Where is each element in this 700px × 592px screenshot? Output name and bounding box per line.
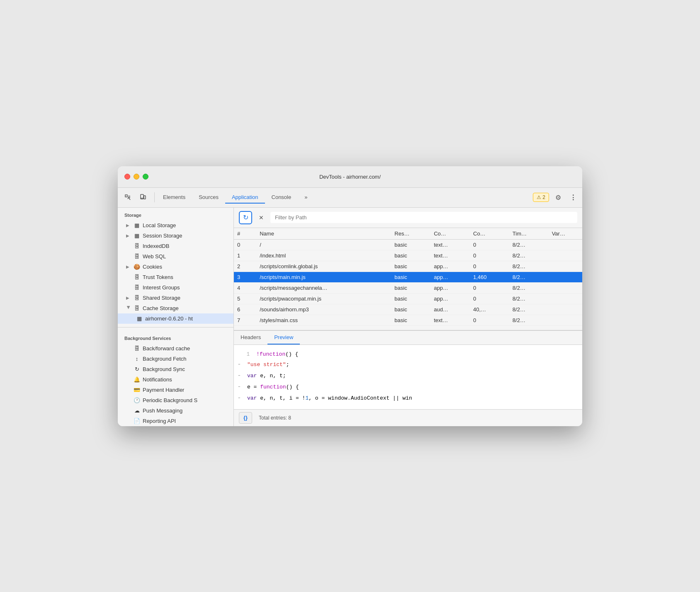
sidebar-item-cache-child[interactable]: ▦ airhorner-0.6.20 - ht (118, 313, 233, 324)
table-cell (549, 250, 582, 261)
table-cell: 8/2… (509, 272, 549, 282)
table-row[interactable]: 1/index.htmlbasictext…08/2… (234, 250, 582, 261)
tab-more[interactable]: » (298, 192, 314, 204)
code-line-2: - "use strict"; (234, 359, 582, 370)
sidebar-item-label: Interest Groups (143, 284, 227, 291)
device-toolbar-button[interactable] (136, 191, 149, 204)
sidebar-item-cache-storage[interactable]: ▶ 🗄 Cache Storage (118, 303, 233, 313)
table-cell: 6 (234, 304, 256, 315)
table-cell: 8/2… (509, 239, 549, 250)
sidebar-item-interest-groups[interactable]: ▶ 🗄 Interest Groups (118, 282, 233, 293)
cache-table: # Name Res… Co… Co… Tim… Var… 0/basictex… (234, 228, 582, 330)
sidebar-item-notifications[interactable]: ▶ 🔔 Notifications (118, 374, 233, 385)
sidebar-item-background-fetch[interactable]: ▶ ↕ Background Fetch (118, 354, 233, 364)
refresh-button[interactable]: ↻ (239, 211, 252, 224)
tab-sources[interactable]: Sources (192, 192, 225, 204)
table-cell (549, 272, 582, 282)
settings-button[interactable]: ⚙ (552, 192, 564, 203)
sidebar-item-label: Session Storage (143, 233, 227, 239)
sidebar-item-label: Local Storage (143, 222, 227, 228)
sidebar-item-web-sql[interactable]: ▶ 🗄 Web SQL (118, 251, 233, 262)
sidebar-item-indexeddb[interactable]: ▶ 🗄 IndexedDB (118, 241, 233, 251)
table-cell: 1,460 (470, 272, 509, 282)
sidebar-item-reporting-api[interactable]: ▶ 📄 Reporting API (118, 416, 233, 426)
table-cell: 4 (234, 282, 256, 293)
table-cell (549, 239, 582, 250)
table-cell: /scripts/comlink.global.js (256, 261, 391, 272)
sidebar-item-back-forward-cache[interactable]: ▶ 🗄 Back/forward cache (118, 343, 233, 354)
sidebar-item-label: Notifications (143, 376, 227, 383)
warning-badge[interactable]: ⚠ 2 (533, 193, 549, 202)
tab-elements[interactable]: Elements (156, 192, 192, 204)
clear-button[interactable]: ✕ (255, 212, 267, 223)
sidebar-item-session-storage[interactable]: ▶ ▦ Session Storage (118, 230, 233, 241)
svg-rect-0 (125, 195, 127, 197)
inspect-element-button[interactable] (121, 191, 134, 204)
sidebar-item-label: Payment Handler (143, 387, 227, 393)
interest-groups-icon: 🗄 (134, 284, 140, 291)
indexeddb-icon: 🗄 (134, 243, 140, 249)
close-button[interactable] (124, 174, 130, 180)
table-cell: 5 (234, 293, 256, 304)
sidebar-item-label: IndexedDB (143, 243, 227, 249)
bottom-tabs: Headers Preview (234, 331, 582, 345)
toolbar-tabs: Elements Sources Application Console » (156, 192, 533, 203)
sidebar-item-push-messaging[interactable]: ▶ ☁ Push Messaging (118, 405, 233, 416)
more-options-button[interactable]: ⋮ (567, 192, 579, 203)
table-cell: /index.html (256, 250, 391, 261)
tab-application[interactable]: Application (225, 192, 265, 204)
entries-table: # Name Res… Co… Co… Tim… Var… 0/basictex… (234, 228, 582, 326)
sidebar-item-trust-tokens[interactable]: ▶ 🗄 Trust Tokens (118, 272, 233, 282)
table-cell: 0 (234, 239, 256, 250)
table-cell (549, 304, 582, 315)
fullscreen-button[interactable] (143, 174, 148, 180)
payment-handler-icon: 💳 (134, 387, 140, 393)
table-row[interactable]: 2/scripts/comlink.global.jsbasicapp…08/2… (234, 261, 582, 272)
sidebar-item-local-storage[interactable]: ▶ ▦ Local Storage (118, 220, 233, 230)
table-cell: /scripts/messagechannela… (256, 282, 391, 293)
expand-arrow: ▶ (126, 233, 131, 238)
code-line-1: 1 !function() { (234, 350, 582, 359)
table-cell: text… (430, 239, 470, 250)
sidebar-item-cookies[interactable]: ▶ 🍪 Cookies (118, 262, 233, 272)
table-row[interactable]: 6/sounds/airhorn.mp3basicaud…40,…8/2… (234, 304, 582, 315)
table-row[interactable]: 4/scripts/messagechannela…basicapp…08/2… (234, 282, 582, 293)
pretty-print-button[interactable]: {} (239, 412, 252, 424)
main-content: Storage ▶ ▦ Local Storage ▶ ▦ Session St… (118, 208, 582, 426)
bottom-bar: {} Total entries: 8 (234, 409, 582, 426)
sidebar-item-label: Cache Storage (143, 305, 227, 311)
sidebar-item-periodic-background[interactable]: ▶ 🕐 Periodic Background S (118, 395, 233, 405)
table-cell: 0 (470, 239, 509, 250)
table-cell: app… (430, 282, 470, 293)
minimize-button[interactable] (134, 174, 139, 180)
table-body: 0/basictext…08/2…1/index.htmlbasictext…0… (234, 239, 582, 325)
expand-arrow: ▶ (126, 223, 131, 228)
sidebar-item-background-sync[interactable]: ▶ ↻ Background Sync (118, 364, 233, 374)
sidebar-item-shared-storage[interactable]: ▶ 🗄 Shared Storage (118, 293, 233, 303)
expand-arrow: ▶ (126, 296, 131, 300)
table-cell (549, 293, 582, 304)
table-row[interactable]: 0/basictext…08/2… (234, 239, 582, 250)
sidebar-item-payment-handler[interactable]: ▶ 💳 Payment Handler (118, 385, 233, 395)
col-header-co2: Co… (470, 228, 509, 240)
sidebar-item-label: Background Fetch (143, 356, 227, 362)
tab-console[interactable]: Console (265, 192, 298, 204)
table-row[interactable]: 3/scripts/main.min.jsbasicapp…1,4608/2… (234, 272, 582, 282)
code-line-3: - var e, n, t; (234, 370, 582, 381)
filter-input[interactable] (270, 212, 577, 223)
table-row[interactable]: 5/scripts/pwacompat.min.jsbasicapp…08/2… (234, 293, 582, 304)
code-preview: 1 !function() { - "use strict"; - var e,… (234, 345, 582, 409)
sidebar-separator (118, 327, 233, 328)
tab-preview[interactable]: Preview (267, 331, 300, 345)
trust-tokens-icon: 🗄 (134, 274, 140, 280)
table-cell: basic (391, 261, 430, 272)
col-header-tim: Tim… (509, 228, 549, 240)
table-row[interactable]: 7/styles/main.cssbasictext…08/2… (234, 315, 582, 325)
col-header-name: Name (256, 228, 391, 240)
periodic-bg-icon: 🕐 (134, 397, 140, 403)
table-cell: text… (430, 315, 470, 325)
tab-headers[interactable]: Headers (234, 331, 267, 345)
storage-section-header: Storage (118, 208, 233, 220)
table-cell: 0 (470, 315, 509, 325)
table-cell: / (256, 239, 391, 250)
